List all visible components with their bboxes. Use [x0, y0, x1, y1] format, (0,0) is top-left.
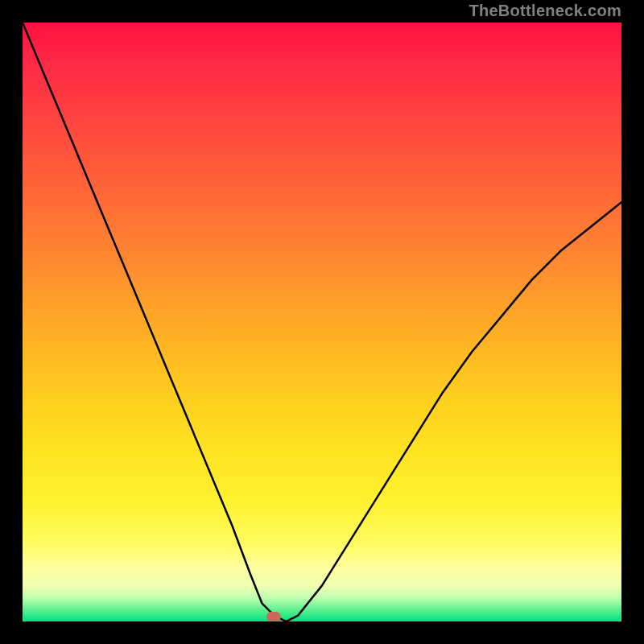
- bottleneck-curve: [23, 23, 621, 621]
- plot-area: [23, 23, 621, 621]
- chart-frame: TheBottleneck.com: [0, 0, 644, 644]
- optimal-point-marker: [266, 612, 281, 621]
- watermark-label: TheBottleneck.com: [469, 2, 621, 20]
